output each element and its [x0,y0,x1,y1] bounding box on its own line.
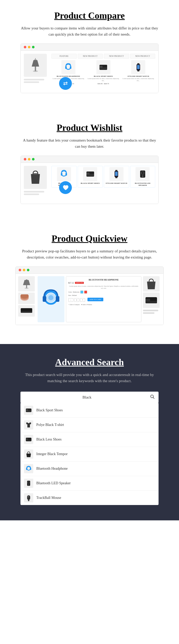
compare-header-feature: FEATURE [51,54,77,59]
result-name-3: Integer Black Tempor [36,452,68,456]
svg-rect-15 [33,173,37,175]
result-thumb-shoes1 [24,406,33,415]
compare-arrows-icon [62,80,69,87]
svg-rect-24 [115,170,117,171]
quickview-dot-green [27,269,29,271]
browser-dot-red [24,46,26,48]
wishlist-dot-green [32,158,35,160]
search-icon[interactable] [150,394,155,401]
wishlist-products-area: BLUETOOTH HEADPHONE BLACK SPORT SHOES [51,166,155,201]
qv-add-compare-link[interactable]: + Add to Compare [68,304,80,305]
watch-thumb-icon [133,62,143,72]
browser-dot-yellow [28,46,30,48]
svg-point-44 [48,295,53,300]
qv-right-line2 [143,312,154,314]
svg-rect-33 [26,280,27,280]
svg-rect-39 [21,311,32,313]
magnifier-icon [150,394,155,399]
svg-rect-10 [99,66,103,68]
quickview-section: Product Quickview Product preview pop-up… [0,223,179,344]
qv-add-wishlist-link[interactable]: ♥ Add to Wishlist [81,304,92,305]
wishlist-main-lines [24,191,49,195]
headphone-thumb-icon [63,62,73,72]
compare-header-col3: NEW PRODUCT [130,54,155,59]
quickview-description: Product preview pop-up facilitates buyer… [15,248,164,260]
wishlist-icon-button[interactable] [59,181,72,194]
result-shoe2-icon [25,436,32,443]
search-result-item[interactable]: Black Sport Shoes [20,403,159,418]
wishlist-dot-yellow [28,158,30,160]
qv-price-row: $17.12 SAVE 10% [68,282,139,284]
qv-size-row: Size : Default [68,295,139,296]
heart-icon [62,185,69,191]
browser-bar [21,44,158,51]
compare-main-product [24,54,49,90]
svg-rect-4 [35,58,36,60]
search-result-item[interactable]: Integer Black Tempor [20,447,159,461]
search-result-item[interactable]: Polye Black T-shirt [20,418,159,432]
qv-swatch-blue[interactable] [80,291,83,294]
qv-lamp-icon [21,278,32,289]
svg-rect-55 [26,438,28,440]
shoe-thumb-icon [98,62,108,72]
compare-main-image [24,54,47,77]
svg-rect-52 [26,409,28,411]
svg-rect-62 [28,481,29,482]
result-thumb-speaker [24,479,33,488]
compare-main-lines [24,79,49,83]
svg-rect-12 [137,65,140,69]
qv-right-line1 [143,310,158,311]
qv-right-shoes-icon [144,295,158,305]
qv-color-row: Color : Multicolor [68,291,139,294]
result-name-5: Bluetooth LED Speaker [36,481,71,485]
svg-point-28 [142,175,143,177]
search-title: Advanced Search [20,357,159,368]
compare-products-area: FEATURE NEW PRODUCT NEW PRODUCT NEW PROD… [51,54,155,90]
compare-header-col1: NEW PRODUCT [78,54,103,59]
result-name-4: Bluetooth Headphone [36,467,68,471]
quickview-left-thumbnails [18,276,36,322]
qv-qty-plus[interactable]: + [80,298,85,302]
quickview-dot-red [19,269,21,271]
compare-thumb-watch [131,60,145,74]
wishlist-thumb-speaker [136,167,150,181]
compare-button-wrap [59,77,155,90]
svg-point-32 [25,288,29,289]
result-thumb-shoes2 [24,435,33,444]
wishlist-section: Product Wishlist A handy feature that le… [0,112,179,223]
svg-rect-23 [115,172,118,176]
qv-headphone-image [38,276,64,322]
svg-line-49 [153,397,154,399]
qv-add-to-cart-button[interactable]: ADD TO CART [87,298,103,301]
compare-thumb-headphone [61,60,75,74]
svg-rect-65 [28,496,29,497]
search-result-item[interactable]: Bluetooth Headphone [20,461,159,476]
qv-shoes-thumb-icon [19,307,33,315]
qv-qty-value[interactable]: 1 [74,298,79,302]
search-description: This product search will provide you wit… [20,372,159,384]
search-result-item[interactable]: TrackBall Mouse [20,491,159,505]
result-headphone-icon [25,465,32,472]
svg-rect-29 [141,171,144,172]
compare-thumb-shoes [96,60,110,74]
svg-rect-13 [137,63,139,65]
qv-qty-minus[interactable]: - [68,298,73,302]
qv-description: Lorem ipsum dolor sit amet, consectetur … [68,285,139,289]
compare-icon-button[interactable] [59,77,72,90]
compare-header-col2: NEW PRODUCT [104,54,129,59]
qv-sale-badge: SAVE 10% [75,282,84,284]
search-result-item[interactable]: Bluetooth LED Speaker [20,476,159,491]
svg-rect-25 [115,177,117,178]
svg-rect-21 [86,173,90,175]
wishlist-thumb-shoes [83,167,97,181]
result-speaker-icon [25,480,32,487]
search-result-item[interactable]: Black Less Shoes [20,432,159,447]
qv-price: $17.12 [68,282,74,284]
wishlist-main-image [24,166,47,189]
result-bag-icon [25,450,32,458]
search-box[interactable]: Black [20,392,159,403]
qv-bag-icon [146,277,157,290]
search-input[interactable]: Black [24,395,150,400]
result-thumb-tshirt [24,420,33,430]
qv-swatch-red[interactable] [84,291,87,294]
